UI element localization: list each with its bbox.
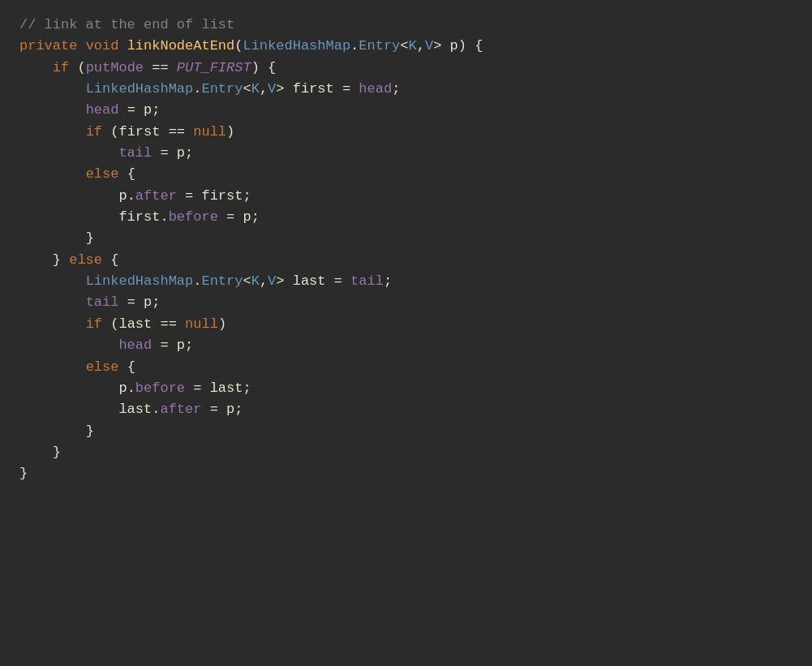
code-token: (: [102, 122, 118, 143]
code-line: last.after = p;: [0, 399, 812, 420]
code-token: if: [86, 122, 102, 143]
code-token: .: [193, 271, 201, 292]
code-token: ==: [152, 314, 185, 335]
code-token: PUT_FIRST: [177, 58, 251, 79]
code-token: tail: [118, 143, 152, 164]
code-token: ) {: [458, 36, 483, 57]
code-token: after: [135, 186, 177, 207]
code-token: first: [201, 186, 243, 207]
code-token: ;: [152, 292, 160, 313]
code-line: // link at the end of list: [0, 15, 812, 36]
code-line: p.before = last;: [0, 378, 812, 399]
code-token: (: [102, 314, 118, 335]
code-token: ;: [185, 143, 193, 164]
code-token: p: [441, 36, 458, 57]
code-line: private void linkNodeAtEnd(LinkedHashMap…: [0, 36, 812, 57]
code-line: LinkedHashMap.Entry<K,V> last = tail;: [0, 271, 812, 292]
code-line: }: [0, 228, 812, 249]
code-token: }: [19, 463, 28, 484]
code-token: =: [118, 100, 144, 121]
code-token: LinkedHashMap: [86, 271, 194, 292]
code-token: <: [243, 79, 251, 100]
code-token: .: [152, 399, 160, 420]
code-token: p: [144, 100, 152, 121]
code-token: ,: [260, 271, 268, 292]
code-token: p: [226, 399, 234, 420]
code-token: if: [53, 58, 69, 79]
code-token: Entry: [359, 36, 400, 57]
code-line: if (first == null): [0, 122, 812, 143]
code-token: Entry: [201, 79, 243, 100]
code-token: V: [425, 36, 433, 57]
code-line: else {: [0, 357, 812, 378]
code-editor: // link at the end of listprivate void l…: [0, 0, 812, 666]
code-token: ): [218, 314, 226, 335]
code-token: p: [177, 335, 185, 356]
code-token: ,: [417, 36, 425, 57]
code-token: tail: [86, 292, 119, 313]
code-line: }: [0, 442, 812, 463]
code-token: V: [268, 79, 276, 100]
code-line: p.after = first;: [0, 186, 812, 207]
code-token: private: [19, 36, 77, 57]
code-token: // link at the end of list: [19, 15, 234, 36]
code-token: }: [86, 421, 94, 442]
code-token: =: [152, 335, 177, 356]
code-token: ): [226, 122, 234, 143]
code-token: p: [243, 207, 251, 228]
code-token: {: [118, 164, 135, 185]
code-token: ;: [251, 207, 260, 228]
code-token: p: [177, 143, 185, 164]
code-token: >: [276, 79, 292, 100]
code-token: .: [127, 186, 135, 207]
code-token: null: [185, 314, 218, 335]
code-token: head: [118, 335, 152, 356]
code-token: Entry: [201, 271, 243, 292]
code-token: K: [251, 79, 260, 100]
code-line: tail = p;: [0, 143, 812, 164]
code-token: }: [86, 228, 94, 249]
code-line: head = p;: [0, 100, 812, 121]
code-token: =: [326, 271, 351, 292]
code-token: putMode: [86, 58, 144, 79]
code-token: last: [118, 399, 152, 420]
code-token: first: [118, 122, 160, 143]
code-token: .: [127, 378, 135, 399]
code-line: else {: [0, 164, 812, 185]
code-token: before: [135, 378, 185, 399]
code-token: =: [201, 399, 226, 420]
code-token: .: [160, 207, 168, 228]
code-token: ==: [144, 58, 177, 79]
code-token: p: [144, 292, 152, 313]
code-token: (: [69, 58, 85, 79]
code-token: else: [69, 250, 102, 271]
code-token: last: [210, 378, 243, 399]
code-token: ,: [260, 79, 268, 100]
code-line: LinkedHashMap.Entry<K,V> first = head;: [0, 79, 812, 100]
code-line: if (putMode == PUT_FIRST) {: [0, 58, 812, 79]
code-token: =: [177, 186, 202, 207]
code-token: ==: [160, 122, 193, 143]
code-line: } else {: [0, 250, 812, 271]
code-line: }: [0, 463, 812, 484]
code-token: first: [293, 79, 334, 100]
code-token: ;: [384, 271, 392, 292]
code-token: last: [118, 314, 152, 335]
code-token: {: [102, 250, 118, 271]
code-token: <: [243, 271, 251, 292]
code-line: tail = p;: [0, 292, 812, 313]
code-token: ;: [185, 335, 193, 356]
code-token: >: [276, 271, 292, 292]
code-token: first: [118, 207, 160, 228]
code-token: K: [251, 271, 260, 292]
code-line: first.before = p;: [0, 207, 812, 228]
code-token: =: [218, 207, 243, 228]
code-line: if (last == null): [0, 314, 812, 335]
code-line: }: [0, 421, 812, 442]
code-token: ) {: [251, 58, 277, 79]
code-token: last: [293, 271, 326, 292]
code-token: linkNodeAtEnd: [127, 36, 235, 57]
code-token: head: [359, 79, 392, 100]
code-token: LinkedHashMap: [243, 36, 350, 57]
code-token: tail: [350, 271, 384, 292]
